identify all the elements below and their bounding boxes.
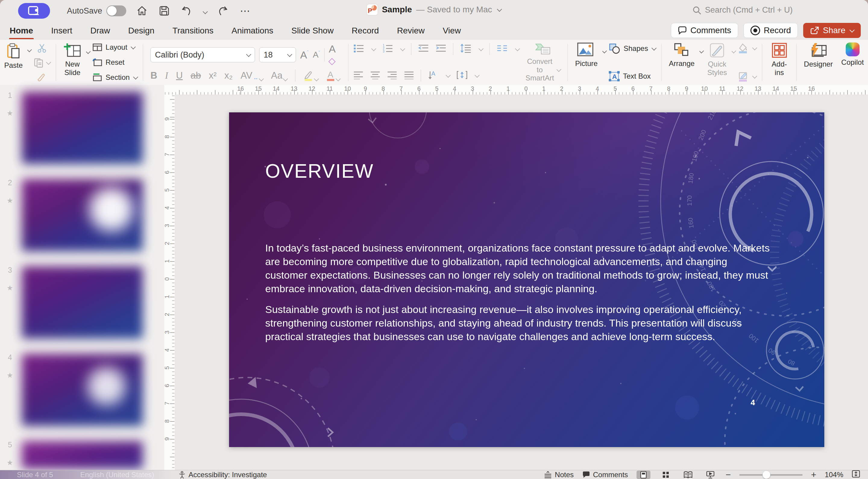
zoom-out-button[interactable]: − [726,470,731,479]
undo-menu-chevron[interactable] [203,9,208,14]
tab-home[interactable]: Home [9,24,34,37]
clear-formatting-button[interactable]: A [329,43,341,67]
change-case-button[interactable]: Aa [271,70,287,81]
autosave-toggle[interactable] [106,5,126,16]
slideshow-view-button[interactable] [704,471,717,479]
font-color-button[interactable]: A [326,70,340,81]
slide-thumbnail-5[interactable]: 5 ★ [21,440,144,470]
columns-button[interactable] [496,44,508,54]
shapes-button[interactable]: Shapes [609,43,656,54]
slide-thumbnail-4[interactable]: 4 ★ [21,352,144,427]
decrease-indent-button[interactable] [418,44,429,54]
align-left-button[interactable] [353,71,364,81]
increase-indent-button[interactable] [435,44,446,54]
slide-thumbnail-2[interactable]: 2 ★ [21,178,144,252]
normal-view-button[interactable] [637,471,650,479]
tab-animations[interactable]: Animations [231,24,274,37]
slide-canvas[interactable]: 2102001901801701601501401301201101009080… [229,113,824,447]
search-bar[interactable]: Search (Cmd + Ctrl + U) [692,5,793,15]
font-name-select[interactable]: Calibri (Body) [150,47,255,62]
italic-button[interactable]: I [165,70,168,81]
zoom-slider[interactable] [739,474,803,476]
text-direction-chevron[interactable] [445,73,451,78]
slide-sorter-view-button[interactable] [659,471,673,479]
layout-button[interactable]: Layout [92,43,137,52]
align-center-button[interactable] [370,71,380,81]
title-menu-chevron[interactable] [497,7,502,12]
shape-fill-button[interactable] [738,43,756,53]
text-direction-button[interactable]: A [428,70,438,81]
zoom-level[interactable]: 104% [825,471,843,479]
decrease-font-size-button[interactable]: Aˇ [313,50,320,60]
redo-icon[interactable] [216,4,229,18]
character-spacing-button[interactable]: AV↔ [241,70,263,81]
presenter-pill-button[interactable] [18,3,50,19]
subscript-button[interactable]: x₂ [224,70,233,81]
paste-button[interactable]: Paste [0,39,27,85]
line-spacing-chevron[interactable] [478,46,484,51]
document-title-area[interactable]: P Sample — Saved to my Mac [367,4,501,15]
record-button[interactable]: Record [744,23,798,38]
numbering-chevron[interactable] [400,46,405,51]
superscript-button[interactable]: x² [209,70,217,81]
copilot-button[interactable]: Copilot [837,39,868,85]
add-ins-button[interactable]: Add-ins [765,39,794,85]
bold-button[interactable]: B [150,70,157,81]
cut-button[interactable] [33,43,50,53]
tab-insert[interactable]: Insert [51,24,73,37]
line-spacing-button[interactable] [460,44,471,55]
bullets-chevron[interactable] [371,46,376,51]
underline-button[interactable]: U [176,70,183,81]
zoom-slider-knob[interactable] [763,471,770,479]
align-text-vertical-chevron[interactable] [474,73,479,78]
picture-button[interactable]: Picture [571,39,602,85]
arrange-button[interactable]: Arrange [664,39,699,85]
language-button[interactable]: English (United States) [80,471,154,479]
slide-thumbnail-1[interactable]: 1 ★ [21,90,144,165]
tab-slide-show[interactable]: Slide Show [291,24,334,37]
copy-button[interactable] [33,58,50,68]
tab-review[interactable]: Review [396,24,425,37]
highlight-color-button[interactable] [303,70,318,81]
strikethrough-button[interactable]: ab [190,70,201,81]
copy-chevron[interactable] [46,60,51,65]
align-text-vertical-button[interactable] [457,70,467,81]
tab-draw[interactable]: Draw [90,24,111,37]
slide-body-textbox[interactable]: In today’s fast-paced business environme… [265,241,770,351]
numbering-button[interactable]: 123 [382,44,393,55]
notes-toggle-button[interactable]: Notes [544,471,574,479]
comments-button[interactable]: Comments [671,23,738,38]
shape-outline-button[interactable] [738,71,756,82]
designer-button[interactable]: Designer [800,39,837,85]
columns-chevron[interactable] [515,46,520,51]
bullets-button[interactable] [353,44,364,55]
zoom-in-button[interactable]: + [811,470,816,479]
format-painter-button[interactable] [33,72,50,82]
text-box-button[interactable]: AText Box [609,71,656,82]
convert-smartart-button[interactable]: Convert to SmartArt [521,39,565,85]
more-toolbar-icon[interactable]: ⋯ [239,4,252,18]
undo-icon[interactable] [180,4,193,18]
fit-slide-button[interactable] [852,470,860,479]
new-slide-button[interactable]: New Slide [59,39,86,85]
comments-toggle-button[interactable]: Comments [582,471,628,479]
increase-font-size-button[interactable]: Aˆ [300,49,309,61]
save-icon[interactable] [158,4,171,18]
font-color-chevron [336,76,341,81]
justify-button[interactable] [404,71,414,81]
home-icon[interactable] [135,4,149,18]
reset-button[interactable]: Reset [92,58,137,67]
tab-record[interactable]: Record [351,24,379,37]
align-right-button[interactable] [387,71,397,81]
accessibility-button[interactable]: Accessibility: Investigate [179,471,267,479]
tab-design[interactable]: Design [127,24,155,37]
share-button[interactable]: Share [803,23,861,38]
slide-title[interactable]: OVERVIEW [265,160,374,182]
tab-transitions[interactable]: Transitions [172,24,214,37]
section-button[interactable]: Section [92,73,137,82]
quick-styles-button[interactable]: Quick Styles [703,39,731,85]
tab-view[interactable]: View [442,24,461,37]
font-size-select[interactable]: 18 [259,47,296,62]
slide-thumbnail-3[interactable]: 3 ★ [21,265,144,340]
reading-view-button[interactable] [681,471,695,479]
